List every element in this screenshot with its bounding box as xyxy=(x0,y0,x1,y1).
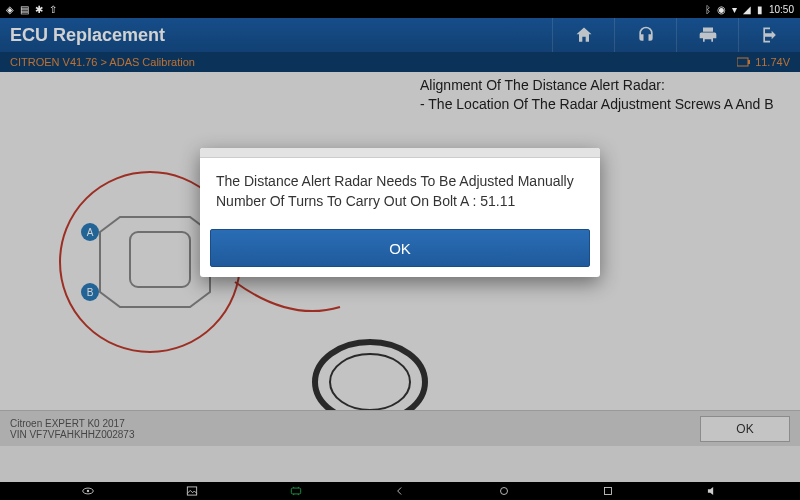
diag-app-icon[interactable] xyxy=(289,484,303,498)
app-window: ECU Replacement CITROEN V41.76 > ADAS Ca… xyxy=(0,18,800,482)
dialog-ok-button[interactable]: OK xyxy=(210,229,590,267)
gallery-icon[interactable] xyxy=(185,484,199,498)
notif-icon: ▤ xyxy=(20,4,29,15)
svg-rect-15 xyxy=(605,488,612,495)
volume-icon[interactable] xyxy=(705,484,719,498)
wifi-icon: ▾ xyxy=(732,4,737,15)
svg-rect-13 xyxy=(291,488,300,494)
recent-icon[interactable] xyxy=(601,484,615,498)
clock: 10:50 xyxy=(769,4,794,15)
browser-icon[interactable] xyxy=(81,484,95,498)
dialog-header xyxy=(200,148,600,158)
status-left: ◈ ▤ ✱ ⇧ xyxy=(6,4,57,15)
notif-icon: ◈ xyxy=(6,4,14,15)
svg-rect-12 xyxy=(187,487,196,495)
bluetooth-icon: ᛒ xyxy=(705,4,711,15)
android-nav-bar xyxy=(0,482,800,500)
home-nav-icon[interactable] xyxy=(497,484,511,498)
android-status-bar: ◈ ▤ ✱ ⇧ ᛒ ◉ ▾ ◢ ▮ 10:50 xyxy=(0,0,800,18)
dialog-text-line: Number Of Turns To Carry Out On Bolt A :… xyxy=(216,192,584,212)
notif-icon: ✱ xyxy=(35,4,43,15)
dialog-body: The Distance Alert Radar Needs To Be Adj… xyxy=(200,158,600,229)
svg-point-14 xyxy=(501,488,508,495)
notif-icon: ⇧ xyxy=(49,4,57,15)
dialog-text-line: The Distance Alert Radar Needs To Be Adj… xyxy=(216,172,584,192)
svg-point-11 xyxy=(87,490,89,492)
alert-dialog: The Distance Alert Radar Needs To Be Adj… xyxy=(200,148,600,277)
signal-icon: ◢ xyxy=(743,4,751,15)
battery-icon: ▮ xyxy=(757,4,763,15)
back-icon[interactable] xyxy=(393,484,407,498)
status-right: ᛒ ◉ ▾ ◢ ▮ 10:50 xyxy=(705,4,794,15)
location-icon: ◉ xyxy=(717,4,726,15)
